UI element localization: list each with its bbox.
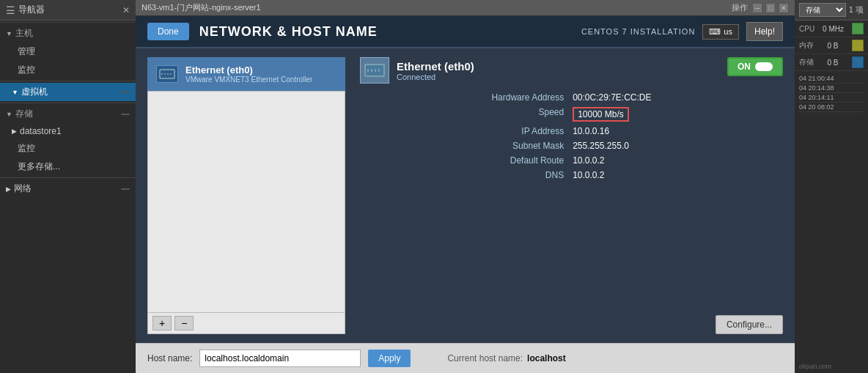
nav-icon: ☰ <box>6 4 15 16</box>
log-area: 04 21:00:44 04 20:14:38 04 20:14:11 04 2… <box>795 71 868 360</box>
detail-icon <box>360 57 389 84</box>
sidebar-item-monitor[interactable]: 监控 <box>0 61 136 79</box>
sidebar-section-vm[interactable]: ▼ 虚拟机 <box>0 83 136 101</box>
chevron-down-icon: ▼ <box>6 30 12 37</box>
cpu-bar <box>852 23 864 34</box>
centos-label: CENTOS 7 INSTALLATION <box>581 27 695 36</box>
panel-footer: Host name: Apply Current host name: loca… <box>136 343 795 373</box>
default-route-value: 10.0.0.2 <box>573 155 783 166</box>
keyboard-lang: us <box>724 27 732 36</box>
sidebar-storage-label: 存储 <box>15 108 33 120</box>
storage-dropdown[interactable]: 存储 <box>799 3 846 17</box>
ip-address-label: IP Address <box>360 126 564 136</box>
host-label: Host name: <box>147 353 192 363</box>
list-actions: + − <box>147 313 345 334</box>
subnet-mask-label: Subnet Mask <box>360 141 564 151</box>
detail-status: Connected <box>397 73 474 81</box>
sidebar-network-label: 网络 <box>14 182 32 195</box>
list-spacer <box>147 91 345 313</box>
log-entry-4: 04 20 08:02 <box>799 103 864 112</box>
subnet-mask-value: 255.255.255.0 <box>573 141 783 151</box>
sidebar-title: 导航器 <box>18 4 45 16</box>
right-sidebar: 存储 1 项 CPU 0 MHz 内存 0 B 存储 0 B 04 21:00:… <box>795 0 868 373</box>
storage-res-label: 存储 <box>799 57 814 67</box>
ethernet-desc: VMware VMXNET3 Ethernet Controller <box>185 75 312 84</box>
toggle-label: ON <box>738 62 751 72</box>
vm-minimize-btn[interactable]: ─ <box>752 3 762 13</box>
sidebar-item-datastore-monitor[interactable]: 监控 <box>0 139 136 158</box>
hardware-address-label: Hardware Address <box>360 92 564 103</box>
sidebar-header: ☰ 导航器 ✕ <box>0 0 136 21</box>
log-entry-3: 04 20:14:11 <box>799 93 864 103</box>
panel-header: Done NETWORK & HOST NAME CENTOS 7 INSTAL… <box>136 16 795 48</box>
default-route-label: Default Route <box>360 155 564 166</box>
detail-title-area: Ethernet (eth0) Connected <box>360 57 474 84</box>
vm-badge <box>121 92 130 93</box>
cpu-label: CPU <box>799 25 814 33</box>
storage-bar <box>852 56 864 68</box>
toggle-slider <box>755 62 773 71</box>
sidebar-section-label-host: 主机 <box>15 27 33 40</box>
done-button[interactable]: Done <box>147 23 189 40</box>
panel-body: Ethernet (eth0) VMware VMXNET3 Ethernet … <box>136 48 795 343</box>
detail-header: Ethernet (eth0) Connected ON <box>360 57 783 84</box>
log-entry-2: 04 20:14:38 <box>799 84 864 93</box>
mem-value: 0 B <box>827 42 838 50</box>
chevron-right-icon-network: ▶ <box>6 185 11 193</box>
mem-label: 内存 <box>799 40 814 51</box>
storage-badge <box>121 114 130 115</box>
sidebar-close-icon[interactable]: ✕ <box>122 5 130 15</box>
speed-label: Speed <box>360 107 564 122</box>
main-area: N63-vm1-门户网站-nginx-server1 操作 ─ □ ✕ Done… <box>136 0 795 373</box>
sidebar-item-manage[interactable]: 管理 <box>0 43 136 61</box>
current-host-label: Current host name: <box>447 353 523 363</box>
log-entry-1: 04 21:00:44 <box>799 74 864 84</box>
right-sidebar-header: 存储 1 项 <box>795 0 868 21</box>
ethernet-item-eth0[interactable]: Ethernet (eth0) VMware VMXNET3 Ethernet … <box>147 57 345 91</box>
sidebar-section-network: ▶ 网络 <box>0 180 136 198</box>
sidebar-datastore1[interactable]: datastore1 <box>20 126 62 136</box>
keyboard-indicator: ⌨ us <box>702 24 739 40</box>
vm-close-btn[interactable]: ✕ <box>779 3 789 13</box>
keyboard-icon: ⌨ <box>709 27 721 37</box>
configure-button[interactable]: Configure... <box>716 315 783 334</box>
ethernet-details: Ethernet (eth0) Connected ON Hardware Ad… <box>360 57 783 334</box>
network-badge <box>121 188 130 190</box>
toggle-on-button[interactable]: ON <box>727 57 783 76</box>
sidebar-item-more-storage[interactable]: 更多存储... <box>0 158 136 176</box>
speed-highlight: 10000 Mb/s <box>573 107 629 122</box>
cpu-resource-row: CPU 0 MHz <box>795 21 868 37</box>
left-sidebar: ☰ 导航器 ✕ ▼ 主机 管理 监控 ▼ 虚拟机 ▼ 存储 ▶ datastor… <box>0 0 136 373</box>
hardware-address-value: 00:0C:29:7E:CC:DE <box>573 92 783 103</box>
storage-resource-row: 存储 0 B <box>795 54 868 71</box>
current-host-area: Current host name: localhost <box>447 353 565 363</box>
current-host-value: localhost <box>527 353 566 363</box>
remove-ethernet-button[interactable]: − <box>174 316 194 330</box>
sidebar-section-storage: ▼ 存储 <box>0 105 136 123</box>
chevron-down-icon-vm: ▼ <box>12 89 18 96</box>
vm-titlebar: N63-vm1-门户网站-nginx-server1 操作 ─ □ ✕ <box>136 0 795 16</box>
detail-name: Ethernet (eth0) <box>397 60 474 73</box>
add-ethernet-button[interactable]: + <box>152 316 172 330</box>
sidebar-vm-label: 虚拟机 <box>21 86 48 98</box>
count-badge: 1 项 <box>849 4 864 15</box>
ethernet-name: Ethernet (eth0) <box>185 64 312 75</box>
mem-bar <box>852 40 864 51</box>
help-button[interactable]: Help! <box>746 22 783 41</box>
sidebar-item-datastore: ▶ datastore1 <box>0 123 136 139</box>
chevron-down-icon-storage: ▼ <box>6 111 12 118</box>
ethernet-list: Ethernet (eth0) VMware VMXNET3 Ethernet … <box>147 57 345 334</box>
ip-address-value: 10.0.0.16 <box>573 126 783 136</box>
host-input[interactable] <box>199 350 361 367</box>
ethernet-info: Ethernet (eth0) VMware VMXNET3 Ethernet … <box>185 64 312 84</box>
vm-title: N63-vm1-门户网站-nginx-server1 <box>141 2 261 13</box>
vm-maximize-btn[interactable]: □ <box>765 3 776 13</box>
cpu-value: 0 MHz <box>823 25 844 33</box>
sidebar-section-host: ▼ 主机 <box>0 24 136 43</box>
watermark: okpan.com <box>795 360 868 373</box>
mem-resource-row: 内存 0 B <box>795 37 868 54</box>
apply-button[interactable]: Apply <box>368 350 411 367</box>
vm-actions-label: 操作 <box>732 2 748 13</box>
storage-res-value: 0 B <box>827 59 838 67</box>
chevron-right-icon: ▶ <box>12 128 17 135</box>
